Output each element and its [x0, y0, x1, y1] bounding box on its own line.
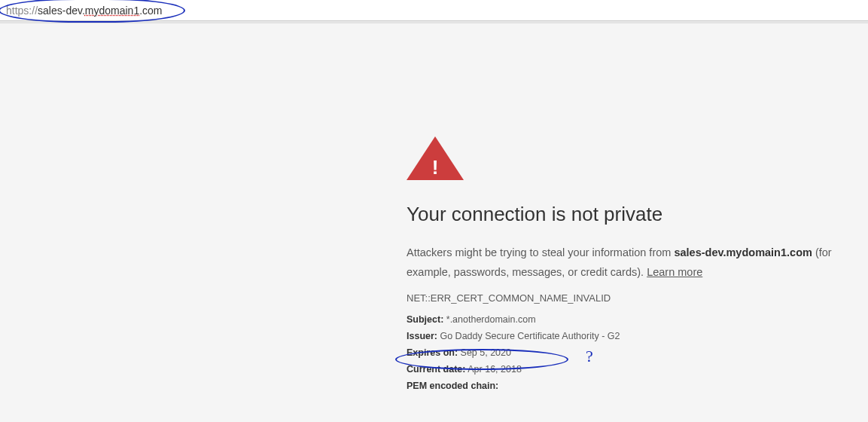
url-protocol: https://: [6, 5, 38, 17]
page-body: ! Your connection is not private Attacke…: [0, 23, 868, 422]
cert-issuer-value: Go Daddy Secure Certificate Authority - …: [437, 331, 620, 341]
cert-current-value: Apr 16, 2018: [465, 364, 521, 375]
warning-triangle-icon: !: [407, 136, 464, 180]
cert-current-label: Current date:: [407, 364, 465, 375]
cert-expires-value: Sep 5, 2020: [458, 347, 511, 358]
error-code: NET::ERR_CERT_COMMON_NAME_INVALID: [407, 292, 858, 304]
cert-pem-row: PEM encoded chain:: [407, 381, 858, 391]
cert-subject-row: Subject: *.anotherdomain.com: [407, 314, 858, 325]
cert-pem-label: PEM encoded chain:: [407, 381, 498, 391]
url-host-main: mydomain1: [85, 5, 139, 17]
cert-issuer-label: Issuer:: [407, 331, 437, 341]
cert-expires-row: Expires on: Sep 5, 2020: [407, 347, 858, 358]
explain-host: sales-dev.mydomain1.com: [674, 246, 812, 258]
exclamation-icon: !: [431, 153, 440, 182]
learn-more-link[interactable]: Learn more: [647, 266, 702, 278]
cert-issuer-row: Issuer: Go Daddy Secure Certificate Auth…: [407, 331, 858, 341]
warning-title: Your connection is not private: [407, 203, 858, 226]
address-bar[interactable]: https://sales-dev.mydomain1.com: [0, 0, 868, 21]
cert-expires-label: Expires on:: [407, 347, 458, 358]
url-host-prefix: sales-dev.: [38, 5, 85, 17]
warning-explain: Attackers might be trying to steal your …: [407, 243, 858, 282]
cert-subject-value: *.anotherdomain.com: [443, 314, 535, 325]
url-host-suffix: .com: [139, 5, 162, 17]
explain-prefix: Attackers might be trying to steal your …: [407, 246, 674, 258]
cert-current-row: Current date: Apr 16, 2018: [407, 364, 858, 375]
cert-subject-label: Subject:: [407, 314, 443, 325]
warning-content: ! Your connection is not private Attacke…: [407, 136, 858, 391]
